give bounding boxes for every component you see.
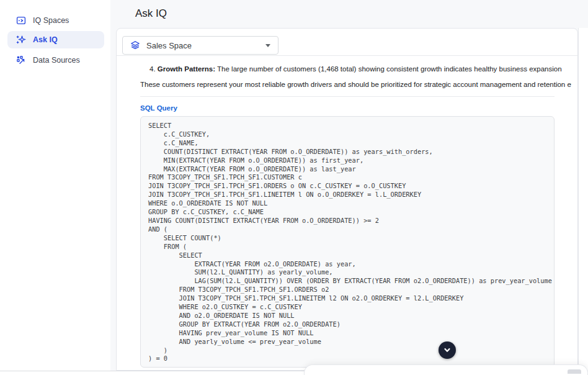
sidebar-item-label: Data Sources [33, 56, 80, 65]
scroll-to-bottom-button[interactable] [439, 341, 456, 359]
sparkles-icon [16, 35, 26, 45]
chevron-down-icon [443, 346, 452, 355]
sql-query-label: SQL Query [140, 104, 571, 112]
window-code-icon [16, 16, 26, 25]
list-item-title: Growth Patterns: [158, 65, 215, 73]
space-selector[interactable]: Sales Space [122, 36, 278, 55]
conversation-area: 4. Growth Patterns: The large number of … [140, 56, 571, 370]
chat-panel-header: Sales Space [117, 29, 577, 56]
caret-down-icon [265, 44, 270, 47]
sidebar-item-data-sources[interactable]: Data Sources [7, 52, 104, 69]
list-item-number: 4. [149, 65, 156, 73]
summary-paragraph: These customers represent your most reli… [140, 81, 571, 88]
input-resize-handle [568, 369, 581, 374]
section-divider [140, 96, 555, 97]
sidebar-item-ask-iq[interactable]: Ask IQ [7, 31, 104, 48]
main-area: Ask IQ Sales Space 4 [110, 0, 588, 375]
space-selector-value: Sales Space [146, 41, 192, 50]
app-window: IQ Spaces Ask IQ Data Sou [0, 0, 588, 375]
chat-input-peek[interactable] [304, 364, 588, 375]
sidebar-item-iq-spaces[interactable]: IQ Spaces [7, 12, 104, 29]
sql-code-block: SELECT c.C_CUSTKEY, c.C_NAME, COUNT(DIST… [140, 116, 555, 368]
sidebar-item-label: IQ Spaces [33, 16, 69, 25]
chat-panel: Sales Space 4. Growth Patterns: The larg… [116, 28, 578, 371]
scrollbar-track[interactable] [578, 28, 588, 371]
page-title: Ask IQ [135, 7, 167, 20]
sidebar-item-label: Ask IQ [33, 35, 58, 44]
sidebar: IQ Spaces Ask IQ Data Sou [0, 0, 110, 371]
layers-icon [130, 40, 140, 50]
list-item-growth-patterns: 4. Growth Patterns: The large number of … [149, 65, 571, 73]
list-item-text: The large number of customers (1,468 tot… [215, 65, 562, 73]
data-sources-icon [16, 55, 26, 65]
